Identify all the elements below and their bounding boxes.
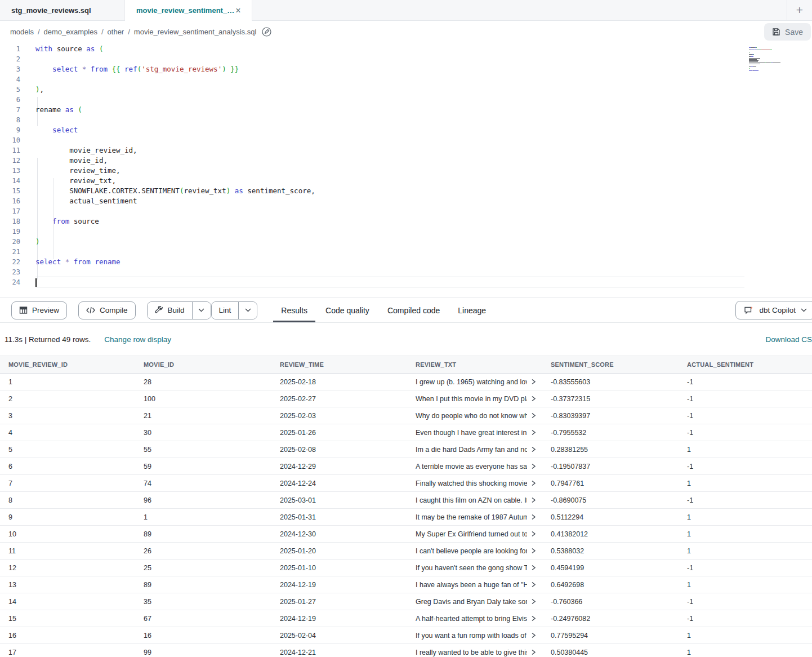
cell-review_txt: Im a die hard Dads Army fan and nothi… <box>407 441 542 458</box>
code-line[interactable]: 23 <box>0 267 812 277</box>
table-row: 7742024-12-24Finally watched this shocki… <box>0 475 812 492</box>
save-button[interactable]: Save <box>764 23 811 41</box>
cell-actual_sentiment: -1 <box>679 374 812 390</box>
tab-stg-movie-reviews[interactable]: stg_movie_reviews.sql <box>0 0 125 20</box>
minimap-line <box>749 63 789 63</box>
expand-cell-icon[interactable] <box>531 480 536 486</box>
download-csv-link[interactable]: Download CSV <box>765 335 812 344</box>
code-line[interactable]: 7rename as ( <box>0 105 812 115</box>
lint-button[interactable]: Lint <box>212 302 239 319</box>
minimap-line <box>749 53 789 54</box>
expand-cell-icon[interactable] <box>531 548 536 554</box>
cell-review_txt: I caught this film on AZN on cable. It s… <box>407 492 542 508</box>
code-line[interactable]: 14 review_txt, <box>0 176 812 186</box>
review-text: If you want a fun romp with loads of s… <box>416 632 527 640</box>
cell-review_txt: When I put this movie in my DVD playe… <box>407 390 542 407</box>
code-line[interactable]: 21 <box>0 247 812 257</box>
code-line[interactable]: 4 <box>0 74 812 85</box>
cell-review_time: 2024-12-30 <box>271 526 407 542</box>
code-line[interactable]: 16 actual_sentiment <box>0 196 812 206</box>
code-line[interactable]: 1with source as ( <box>0 44 812 54</box>
code-text <box>20 95 35 105</box>
expand-cell-icon[interactable] <box>531 514 536 520</box>
code-line[interactable]: 22select * from rename <box>0 257 812 267</box>
chevron-down-icon <box>801 308 807 312</box>
code-line[interactable]: 8 <box>0 115 812 125</box>
code-line[interactable]: 6 <box>0 95 812 105</box>
cell-review_time: 2025-01-10 <box>271 560 407 576</box>
new-tab-button[interactable]: + <box>787 0 812 20</box>
line-number: 17 <box>0 206 20 216</box>
lint-dropdown-button[interactable] <box>238 302 257 319</box>
change-row-display-link[interactable]: Change row display <box>104 335 171 344</box>
code-line[interactable]: 20) <box>0 237 812 247</box>
code-line[interactable]: 12 movie_id, <box>0 156 812 166</box>
close-icon[interactable]: × <box>234 6 242 15</box>
expand-cell-icon[interactable] <box>531 379 536 385</box>
expand-cell-icon[interactable] <box>531 565 536 571</box>
code-line[interactable]: 19 <box>0 227 812 237</box>
code-line[interactable]: 11 movie_review_id, <box>0 145 812 156</box>
minimap[interactable] <box>749 47 789 74</box>
result-tabs: ResultsCode qualityCompiled codeLineage <box>281 298 486 322</box>
result-tab-lineage[interactable]: Lineage <box>458 298 486 322</box>
edit-icon[interactable] <box>262 27 271 37</box>
expand-cell-icon[interactable] <box>531 615 536 622</box>
tab-movie-review-sentiment-analysis[interactable]: movie_review_sentiment_… × <box>125 0 252 21</box>
build-button[interactable]: Build <box>148 302 192 319</box>
cell-review_time: 2025-02-04 <box>271 627 407 643</box>
expand-cell-icon[interactable] <box>531 396 536 402</box>
table-row: 1282025-02-18I grew up (b. 1965) watchin… <box>0 374 812 390</box>
code-line[interactable]: 2 <box>0 54 812 64</box>
cell-movie_id: 21 <box>135 407 271 424</box>
expand-cell-icon[interactable] <box>531 581 536 588</box>
expand-cell-icon[interactable] <box>531 463 536 469</box>
cell-movie_id: 35 <box>135 593 271 610</box>
build-dropdown-button[interactable] <box>192 302 211 319</box>
code-line[interactable]: 13 review_time, <box>0 166 812 176</box>
compile-button[interactable]: Compile <box>78 301 136 319</box>
code-text: select * from {{ ref('stg_movie_reviews'… <box>20 64 239 74</box>
cell-movie_id: 16 <box>135 627 271 643</box>
table-row: 10892024-12-30My Super Ex Girlfriend tur… <box>0 526 812 543</box>
compile-label: Compile <box>100 306 128 314</box>
expand-cell-icon[interactable] <box>531 429 536 436</box>
code-line[interactable]: 15 SNOWFLAKE.CORTEX.SENTIMENT(review_txt… <box>0 186 812 196</box>
preview-button[interactable]: Preview <box>11 301 67 319</box>
breadcrumb-segment[interactable]: models <box>10 28 34 36</box>
code-line[interactable]: 10 <box>0 135 812 145</box>
cell-review_time: 2024-12-29 <box>271 458 407 474</box>
line-number: 21 <box>0 247 20 257</box>
table-body: 1282025-02-18I grew up (b. 1965) watchin… <box>0 374 812 657</box>
expand-cell-icon[interactable] <box>531 446 536 452</box>
result-tab-results[interactable]: Results <box>281 298 307 322</box>
text-cursor <box>35 278 37 287</box>
code-text: review_time, <box>20 166 121 176</box>
code-text: movie_id, <box>20 156 108 166</box>
cell-movie_id: 1 <box>135 509 271 525</box>
review-text: I grew up (b. 1965) watching and lovin… <box>416 378 527 386</box>
cell-review_time: 2025-02-18 <box>271 374 407 390</box>
expand-cell-icon[interactable] <box>531 649 536 655</box>
cell-movie_id: 25 <box>135 560 271 576</box>
breadcrumb-segment[interactable]: demo_examples <box>44 28 97 36</box>
cell-movie_id: 59 <box>135 458 271 474</box>
result-tab-code-quality[interactable]: Code quality <box>325 298 369 322</box>
dbt-copilot-button[interactable]: dbt Copilot <box>735 301 812 319</box>
code-line[interactable]: 18 from source <box>0 216 812 227</box>
code-line[interactable]: 3 select * from {{ ref('stg_movie_review… <box>0 64 812 74</box>
code-line[interactable]: 9 select <box>0 125 812 135</box>
expand-cell-icon[interactable] <box>531 531 536 537</box>
tab-bar-spacer <box>252 0 787 20</box>
expand-cell-icon[interactable] <box>531 598 536 605</box>
code-line[interactable]: 17 <box>0 206 812 216</box>
breadcrumb-separator: / <box>38 28 40 36</box>
code-editor[interactable]: 1with source as (23 select * from {{ ref… <box>0 43 812 298</box>
result-tab-compiled-code[interactable]: Compiled code <box>387 298 440 322</box>
code-line[interactable]: 5), <box>0 85 812 95</box>
expand-cell-icon[interactable] <box>531 412 536 419</box>
expand-cell-icon[interactable] <box>531 497 536 503</box>
breadcrumb-segment[interactable]: other <box>108 28 124 36</box>
expand-cell-icon[interactable] <box>531 632 536 638</box>
breadcrumb-segment[interactable]: movie_review_sentiment_analysis.sql <box>134 28 257 36</box>
